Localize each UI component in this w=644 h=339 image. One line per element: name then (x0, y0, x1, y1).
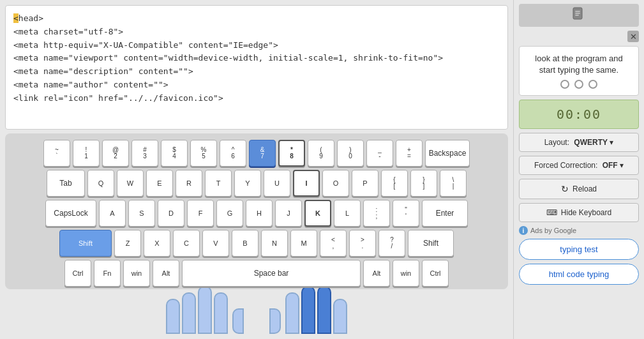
key-o[interactable]: O (322, 170, 349, 197)
hide-keyboard-button[interactable]: ⌨ Hide Keyboard (519, 203, 639, 222)
dot-2 (574, 80, 583, 89)
key-alt-left[interactable]: Alt (153, 260, 179, 287)
key-k[interactable]: K (304, 200, 331, 227)
key-r[interactable]: R (176, 170, 202, 197)
key-y[interactable]: Y (234, 170, 261, 197)
key-shift-right[interactable]: Shift (408, 230, 454, 257)
instruction-box: look at the program and start typing the… (519, 46, 639, 96)
key-7[interactable]: &7 (249, 140, 276, 167)
svg-rect-1 (575, 11, 580, 12)
key-4[interactable]: $4 (161, 140, 188, 167)
close-bar: ✕ (519, 31, 639, 42)
layout-label: Layout: (544, 138, 569, 147)
key-3[interactable]: #3 (131, 140, 158, 167)
code-line-1: <meta charset="utf-8"> (13, 26, 500, 39)
key-n[interactable]: N (261, 230, 288, 257)
ad-html-typing[interactable]: html code typing (519, 264, 639, 285)
forced-correction-value: OFF ▾ (600, 161, 624, 170)
close-button[interactable]: ✕ (627, 31, 639, 42)
key-period[interactable]: >. (349, 230, 376, 257)
forced-correction-label: Forced Correction: (534, 161, 597, 170)
key-comma[interactable]: <, (320, 230, 347, 257)
left-pinky (166, 299, 180, 334)
key-8[interactable]: *8 (278, 140, 305, 167)
key-shift-left[interactable]: Shift (59, 230, 112, 257)
code-line-3: <meta name="viewport" content="width=dev… (13, 52, 500, 65)
right-thumb (269, 308, 281, 334)
dot-3 (588, 80, 597, 89)
dot-1 (560, 80, 569, 89)
key-row-2: Tab Q W E R T Y U I O P {[ }] \| (10, 170, 503, 197)
key-2[interactable]: @2 (102, 140, 129, 167)
key-1[interactable]: !1 (73, 140, 100, 167)
left-hand (166, 288, 244, 334)
key-d[interactable]: D (158, 200, 184, 227)
key-j[interactable]: J (275, 200, 302, 227)
hands-area (5, 288, 508, 334)
key-a[interactable]: A (99, 200, 126, 227)
right-ring (317, 288, 331, 334)
key-z[interactable]: Z (114, 230, 141, 257)
key-backspace[interactable]: Backspace (425, 140, 470, 167)
code-line-0: <head> (13, 12, 500, 26)
key-win-right[interactable]: win (393, 260, 419, 287)
key-p[interactable]: P (352, 170, 378, 197)
key-bracket-open[interactable]: {[ (381, 170, 408, 197)
key-c[interactable]: C (173, 230, 200, 257)
key-fn[interactable]: Fn (94, 260, 121, 287)
key-space[interactable]: Space bar (182, 260, 361, 287)
key-slash[interactable]: ?/ (378, 230, 405, 257)
reload-label: Reload (573, 185, 597, 193)
key-tilde[interactable]: ~` (43, 140, 70, 167)
key-v[interactable]: V (202, 230, 229, 257)
key-ctrl-right[interactable]: Ctrl (422, 260, 449, 287)
ad-typing-test[interactable]: typing test (519, 239, 639, 260)
key-9[interactable]: (9 (308, 140, 334, 167)
key-u[interactable]: U (264, 170, 290, 197)
key-l[interactable]: L (334, 200, 361, 227)
forced-correction-button[interactable]: Forced Correction: OFF ▾ (519, 156, 639, 175)
key-0[interactable]: )0 (337, 140, 364, 167)
key-w[interactable]: W (117, 170, 144, 197)
key-tab[interactable]: Tab (47, 170, 85, 197)
svg-rect-2 (575, 13, 580, 14)
key-row-1: ~` !1 @2 #3 $4 %5 ^6 &7 *8 (9 )0 _- += B… (10, 140, 503, 167)
key-i[interactable]: I (293, 170, 320, 197)
document-icon (572, 7, 586, 24)
reload-button[interactable]: ↻ Reload (519, 179, 639, 199)
key-quote[interactable]: "' (393, 200, 419, 227)
key-ctrl-left[interactable]: Ctrl (64, 260, 91, 287)
key-g[interactable]: G (216, 200, 243, 227)
key-b[interactable]: B (232, 230, 258, 257)
key-q[interactable]: Q (87, 170, 114, 197)
key-capslock[interactable]: CapsLock (45, 200, 96, 227)
key-bracket-close[interactable]: }] (410, 170, 437, 197)
key-h[interactable]: H (246, 200, 273, 227)
key-e[interactable]: E (146, 170, 173, 197)
key-minus[interactable]: _- (366, 140, 393, 167)
key-s[interactable]: S (128, 200, 155, 227)
key-f[interactable]: F (187, 200, 214, 227)
ads-label: i Ads by Google (519, 226, 639, 235)
ads-by-google-text: Ads by Google (530, 227, 576, 234)
key-alt-right[interactable]: Alt (363, 260, 390, 287)
left-panel: <head> <meta charset="utf-8"> <meta http… (0, 0, 513, 339)
key-semicolon[interactable]: :; (363, 200, 390, 227)
key-m[interactable]: M (290, 230, 317, 257)
key-equals[interactable]: += (396, 140, 423, 167)
code-line-2: <meta http-equiv="X-UA-Compatible" conte… (13, 39, 500, 52)
key-t[interactable]: T (205, 170, 232, 197)
layout-button[interactable]: Layout: QWERTY ▾ (519, 133, 639, 152)
code-line-6: <link rel="icon" href="../../favicon.ico… (13, 92, 500, 105)
key-5[interactable]: %5 (190, 140, 217, 167)
left-thumb (232, 308, 244, 334)
key-backslash[interactable]: \| (440, 170, 467, 197)
instruction-text: look at the program and start typing the… (535, 54, 622, 75)
key-x[interactable]: X (144, 230, 170, 257)
right-pinky (333, 299, 347, 334)
right-hand (269, 288, 347, 334)
key-6[interactable]: ^6 (220, 140, 246, 167)
code-line-5: <meta name="author" content=""> (13, 79, 500, 92)
key-enter[interactable]: Enter (422, 200, 468, 227)
key-win-left[interactable]: win (123, 260, 150, 287)
